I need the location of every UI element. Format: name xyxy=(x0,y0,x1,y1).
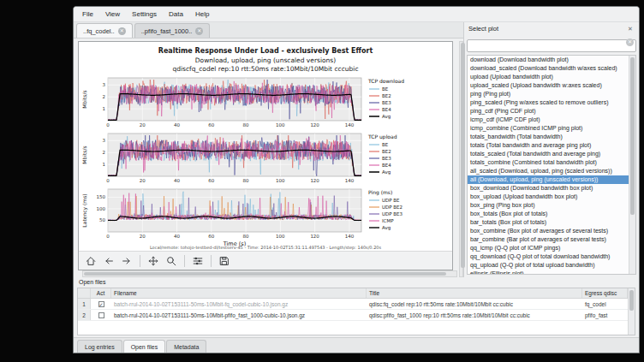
column-header-filename[interactable]: Filename xyxy=(111,288,367,298)
column-header-egress-qdisc[interactable]: Egress qdisc xyxy=(582,288,628,298)
plot-list-item[interactable]: icmp_combine (Combined ICMP ping plot) xyxy=(468,124,635,133)
svg-text:120: 120 xyxy=(310,122,319,128)
plot-list-item[interactable]: ping_cdf (Ping CDF plot) xyxy=(468,107,635,116)
plot-list-item[interactable]: totals (Total bandwidth and average ping… xyxy=(468,141,635,150)
plot-list-item[interactable]: all (Download, upload, ping (unscaled ve… xyxy=(468,175,635,184)
svg-text:80: 80 xyxy=(243,234,249,239)
plot-list-item[interactable]: totals_bandwidth (Total bandwidth) xyxy=(468,133,635,141)
active-checkbox[interactable]: ✓ xyxy=(98,301,104,307)
svg-text:0: 0 xyxy=(106,234,110,239)
svg-text:Download, upload, ping (unscal: Download, upload, ping (unscaled version… xyxy=(195,56,336,64)
configure-subplots-icon[interactable] xyxy=(189,254,206,268)
horizontal-scrollbar[interactable] xyxy=(82,270,457,277)
plot-list-item[interactable]: qq_icmp (Q-Q plot of ICMP pings) xyxy=(468,244,635,252)
zoom-icon[interactable] xyxy=(163,254,180,268)
bottom-tab-open-files[interactable]: Open files xyxy=(123,340,166,353)
svg-text:Avg: Avg xyxy=(382,169,391,175)
plot-list-item[interactable]: download (Download bandwidth plot) xyxy=(468,56,635,64)
document-tab-bar: ..fq_codel..✕..pfifo_fast_1000..✕ xyxy=(74,22,463,39)
svg-text:100: 100 xyxy=(276,234,285,239)
svg-text:Local/remote: tohojo-testbed-d: Local/remote: tohojo-testbed-dl/testserv… xyxy=(150,245,382,251)
tab-close-icon[interactable]: ✕ xyxy=(118,27,126,35)
svg-text:UDP BE: UDP BE xyxy=(382,198,400,203)
svg-text:TCP download: TCP download xyxy=(367,78,404,84)
menu-item-view[interactable]: View xyxy=(99,9,126,20)
svg-text:100: 100 xyxy=(276,122,285,128)
forward-icon[interactable] xyxy=(118,254,135,268)
plot-filter-input[interactable] xyxy=(467,39,636,52)
plot-list-item[interactable]: box_download (Download bandwidth box plo… xyxy=(468,184,635,193)
column-header-title[interactable]: Title xyxy=(367,288,582,298)
row-number-header xyxy=(78,288,91,298)
open-files-scrollbar[interactable] xyxy=(628,288,635,335)
column-header-act[interactable]: Act xyxy=(91,288,111,298)
document-tab-label: ..fq_codel.. xyxy=(83,27,115,35)
svg-text:Mbits/s: Mbits/s xyxy=(81,145,87,163)
open-files-section: Open files Act Filename Title Egress qdi… xyxy=(74,277,639,337)
plot-list-item[interactable]: ping (Ping plot) xyxy=(468,90,635,98)
svg-text:50: 50 xyxy=(99,217,105,223)
open-files-scrollbar-thumb[interactable] xyxy=(629,290,634,311)
plot-list-item[interactable]: ellipsis (Ellipsis plot) xyxy=(468,270,635,275)
plot-list-scrollbar[interactable] xyxy=(629,56,635,274)
vertical-scrollbar[interactable] xyxy=(459,41,463,277)
plot-list-item[interactable]: bar_combine (Bar plot of averages of sev… xyxy=(468,235,635,244)
save-icon[interactable] xyxy=(216,254,233,268)
svg-text:Mbits/s: Mbits/s xyxy=(81,90,87,108)
tab-close-icon[interactable]: ✕ xyxy=(195,27,203,35)
select-plot-panel: Select plot ✕ ✕ download (Download bandw… xyxy=(463,22,639,277)
document-tab[interactable]: ..pfifo_fast_1000..✕ xyxy=(134,23,211,38)
pan-icon[interactable] xyxy=(145,254,162,268)
svg-text:0: 0 xyxy=(106,178,110,183)
toolbar-separator xyxy=(184,255,185,267)
svg-text:20: 20 xyxy=(140,178,146,183)
menu-item-help[interactable]: Help xyxy=(189,9,215,20)
svg-text:BE2: BE2 xyxy=(382,149,391,154)
vertical-scrollbar-thumb[interactable] xyxy=(461,43,465,268)
svg-text:120: 120 xyxy=(310,178,319,183)
open-file-row[interactable]: 2batch-rrul-2014-10-02T153111-50ms-10Mbi… xyxy=(78,310,635,321)
svg-text:TCP upload: TCP upload xyxy=(367,134,397,140)
plot-list-item[interactable]: qq_upload (Q-Q plot of total upload band… xyxy=(468,261,635,270)
back-icon[interactable] xyxy=(100,254,117,268)
plot-list-item[interactable]: totals_combine (Combined total bandwidth… xyxy=(468,158,635,167)
plot-list-item[interactable]: totals_scaled (Total bandwidth and avera… xyxy=(468,150,635,158)
svg-text:140: 140 xyxy=(345,234,355,239)
plot-list-item[interactable]: box_combine (Box plot of averages of sev… xyxy=(468,227,635,235)
plot-list-item[interactable]: ping_scaled (Ping w/axes scaled to remov… xyxy=(468,98,635,107)
plot-list-item[interactable]: qq_download (Q-Q plot of total download … xyxy=(468,252,635,261)
plot-list-item[interactable]: download_scaled (Download bandwidth w/ax… xyxy=(468,64,635,73)
plot-list-item[interactable]: all_scaled (Download, upload, ping (scal… xyxy=(468,167,635,175)
horizontal-scrollbar-thumb[interactable] xyxy=(84,272,446,276)
plot-list-item[interactable]: box_totals (Box plot of totals) xyxy=(468,210,635,218)
plot-list-scrollbar-thumb[interactable] xyxy=(630,57,635,215)
plot-list-item[interactable]: bar_totals (Box plot of totals) xyxy=(468,218,635,227)
plot-list-item[interactable]: box_upload (Upload bandwidth box plot) xyxy=(468,193,635,201)
open-file-row[interactable]: 1✓batch-rrul-2014-10-02T153111-50ms-10Mb… xyxy=(78,299,635,310)
svg-text:60: 60 xyxy=(208,234,214,239)
svg-text:20: 20 xyxy=(140,234,146,239)
home-icon[interactable] xyxy=(82,254,99,268)
plot-list-item[interactable]: box_ping (Ping box plot) xyxy=(468,201,635,210)
bottom-tab-metadata[interactable]: Metadata xyxy=(166,340,206,353)
desktop-background: FileViewSettingsDataHelp ..fq_codel..✕..… xyxy=(0,0,644,362)
svg-text:20: 20 xyxy=(140,122,146,128)
plot-list-item[interactable]: upload_scaled (Upload bandwidth w:axes s… xyxy=(468,81,635,90)
close-icon[interactable]: ✕ xyxy=(626,25,635,33)
clear-filter-icon[interactable]: ✕ xyxy=(626,39,634,46)
active-checkbox[interactable] xyxy=(98,312,104,318)
plot-panel: Realtime Response Under Load - exclusive… xyxy=(78,41,453,270)
menu-item-file[interactable]: File xyxy=(76,9,99,20)
open-files-header-row: Act Filename Title Egress qdisc xyxy=(78,288,635,299)
document-tab[interactable]: ..fq_codel..✕ xyxy=(76,23,133,38)
bottom-tab-log-entries[interactable]: Log entries xyxy=(77,340,122,353)
menu-item-data[interactable]: Data xyxy=(163,9,189,20)
svg-text:120: 120 xyxy=(310,234,319,239)
svg-text:Ping (ms): Ping (ms) xyxy=(368,189,392,196)
plot-list-item[interactable]: icmp_cdf (ICMP CDF plot) xyxy=(468,116,635,124)
flent-window: FileViewSettingsDataHelp ..fq_codel..✕..… xyxy=(73,6,640,353)
plot-list-item[interactable]: upload (Upload bandwidth plot) xyxy=(468,73,635,81)
svg-text:BE4: BE4 xyxy=(382,107,391,112)
menu-item-settings[interactable]: Settings xyxy=(126,9,163,20)
svg-text:40: 40 xyxy=(174,178,180,183)
